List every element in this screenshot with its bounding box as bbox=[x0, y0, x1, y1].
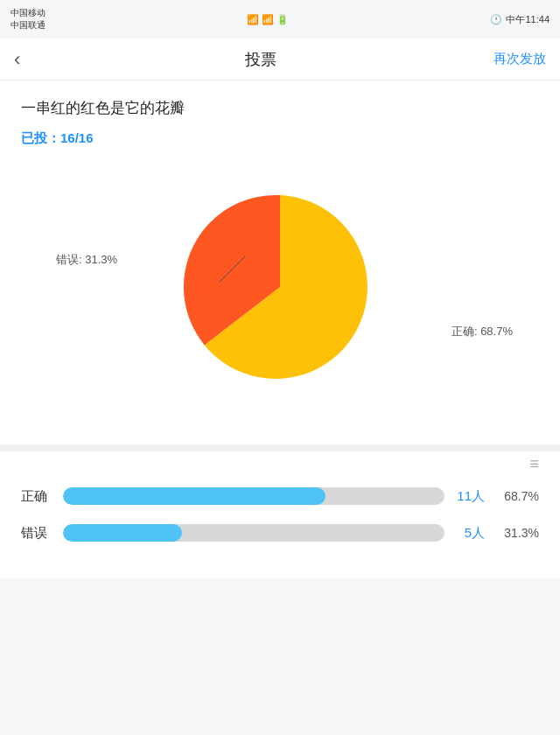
wrong-progress-bg bbox=[63, 524, 444, 542]
correct-percent: 68.7% bbox=[495, 489, 539, 503]
correct-progress-bg bbox=[63, 487, 444, 505]
carrier-info: 中国移动 中国联通 bbox=[10, 7, 46, 32]
stats-section: ≡ 正确 11人 68.7% 错误 5人 31.3% bbox=[0, 452, 560, 578]
wrong-count: 5人 bbox=[455, 525, 485, 542]
wrong-progress-fill bbox=[63, 524, 182, 542]
stats-icon-row: ≡ bbox=[21, 452, 539, 473]
vote-count: 已投：16/16 bbox=[21, 130, 539, 147]
nav-bar: ‹ 投票 再次发放 bbox=[0, 38, 560, 80]
correct-pie-label: 正确: 68.7% bbox=[452, 324, 513, 340]
wrong-pie-label: 错误: 31.3% bbox=[56, 252, 117, 268]
question-title: 一串红的红色是它的花瓣 bbox=[21, 98, 539, 118]
time: 中午11:44 bbox=[506, 13, 550, 26]
clock-icon: 🕐 bbox=[490, 14, 502, 25]
pie-chart-container: 错误: 31.3% 正确: 68.7% bbox=[21, 164, 539, 410]
section-divider bbox=[0, 444, 560, 452]
back-button[interactable]: ‹ bbox=[14, 45, 27, 74]
correct-progress-fill bbox=[63, 487, 326, 505]
status-bar: 中国移动 中国联通 📶 📶 🔋 🕐 中午11:44 bbox=[0, 0, 560, 38]
carrier2: 中国联通 bbox=[10, 19, 46, 32]
pie-chart-svg bbox=[166, 182, 394, 392]
stat-row-correct: 正确 11人 68.7% bbox=[21, 487, 539, 505]
page-title: 投票 bbox=[245, 49, 276, 70]
stat-row-wrong: 错误 5人 31.3% bbox=[21, 524, 539, 542]
main-content: 一串红的红色是它的花瓣 已投：16/16 错误: 31.3% bbox=[0, 80, 560, 444]
time-display: 🕐 中午11:44 bbox=[490, 13, 550, 26]
wrong-percent: 31.3% bbox=[495, 526, 539, 540]
correct-count: 11人 bbox=[455, 488, 485, 505]
correct-label: 正确 bbox=[21, 488, 52, 505]
resend-button[interactable]: 再次发放 bbox=[494, 51, 546, 67]
list-view-icon[interactable]: ≡ bbox=[529, 455, 539, 473]
signal-icons: 📶 📶 🔋 bbox=[247, 14, 289, 25]
carrier1: 中国移动 bbox=[10, 7, 46, 19]
vote-count-value: 16/16 bbox=[60, 130, 94, 145]
wrong-label: 错误 bbox=[21, 525, 52, 542]
vote-count-label: 已投： bbox=[21, 130, 60, 145]
